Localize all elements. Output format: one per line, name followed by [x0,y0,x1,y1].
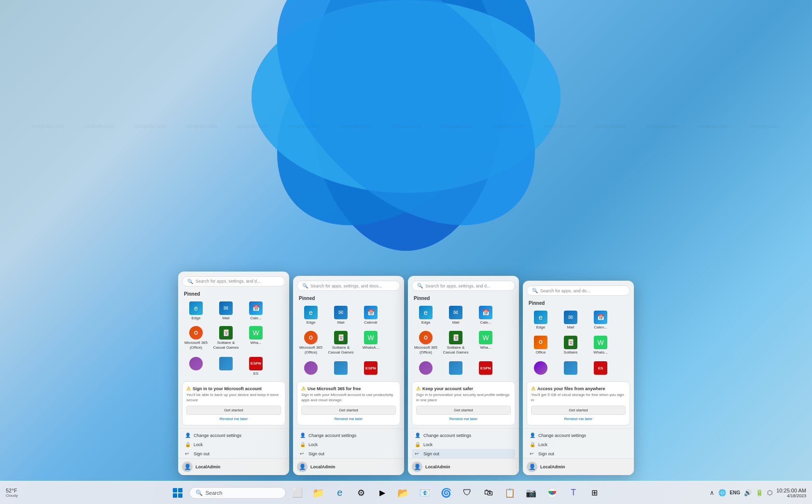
taskbar-edge[interactable]: e [330,483,350,503]
app-mail-4[interactable]: ✉ Mail [557,309,585,332]
app-solitaire-4[interactable]: 🃏 Solitaire [557,334,585,357]
task-view-button[interactable]: ⬜ [288,483,307,503]
search-bar-1[interactable]: 🔍 Search for apps, settings, and d... [182,276,285,286]
taskbar-files[interactable]: 📂 [394,483,413,503]
taskbar-camera[interactable]: 📷 [521,483,541,503]
app-ms365-2[interactable]: O Microsoft 365 (Office) [297,329,325,356]
user-footer-4[interactable]: 👤 LocalAdmin [523,458,634,475]
get-started-btn-3[interactable]: Get started [416,406,511,415]
app-edge-2[interactable]: e Edge [297,304,325,327]
network-icon[interactable]: 🌐 [717,488,727,497]
app-partial1-1[interactable] [182,355,210,378]
taskbar-outlook[interactable]: 📧 [415,483,434,503]
app-calendar-4[interactable]: 📅 Calen... [587,309,615,332]
change-account-3[interactable]: 👤 Change account settings [412,431,515,440]
taskbar-widget[interactable]: ⊞ [585,483,604,503]
app-edge-4[interactable]: e Edge [527,309,555,332]
app-partial1-3[interactable] [412,359,440,378]
app-espn-3[interactable]: ESPN [472,359,500,378]
user-footer-1[interactable]: 👤 LocalAdmin [178,458,289,475]
app-calendar-2[interactable]: 📅 Calendr [357,304,385,327]
account-icon-3: 👤 [415,433,420,438]
app-calendar-3[interactable]: 📅 Cale... [472,304,500,327]
lock-item-4[interactable]: 🔒 Lock [527,440,630,449]
app-mail-3[interactable]: ✉ Mail [442,304,470,327]
language-icon[interactable]: ENG [729,489,742,496]
taskbar-chrome[interactable] [543,483,562,503]
taskbar-settings[interactable]: ⚙ [351,483,371,503]
app-whatsapp-1[interactable]: W Wha... [242,324,270,352]
app-mail-2[interactable]: ✉ Mail [327,304,355,327]
volume-icon[interactable]: 🔊 [743,488,753,497]
datetime-widget[interactable]: 10:25:00 AM 4/18/2023 [776,488,806,498]
taskbar-search[interactable]: 🔍 Search [189,487,286,499]
signout-item-1[interactable]: ↩ Sign out [182,449,285,458]
app-whatsapp-2[interactable]: W WhatsA... [357,329,385,356]
change-account-2[interactable]: 👤 Change account settings [297,431,400,440]
start-button[interactable] [168,483,187,503]
search-bar-4[interactable]: 🔍 Search for apps, and do... [527,286,630,296]
app-partial1-2[interactable] [297,359,325,378]
change-account-4[interactable]: 👤 Change account settings [527,431,630,440]
mail-icon-3: ✉ [449,306,462,319]
app-espn-2[interactable]: ESPN [357,359,385,378]
app-partial2-4[interactable] [557,359,585,378]
lock-item-3[interactable]: 🔒 Lock [412,440,515,449]
app-solitaire-1[interactable]: 🃏 Solitaire & Casual Games [212,324,240,352]
app-ms365-3[interactable]: O Microsoft 365 (Office) [412,329,440,356]
app-partial2-2[interactable] [327,359,355,378]
app-solitaire-2[interactable]: 🃏 Solitaire & Casual Games [327,329,355,356]
remind-later-link-4[interactable]: Remind me later [531,417,626,421]
taskbar-vpn[interactable]: 🛡 [458,483,477,503]
get-started-btn-1[interactable]: Get started [186,406,281,415]
app-espn-4[interactable]: ES [587,359,615,378]
chevron-up-icon[interactable]: ∧ [709,488,715,497]
remind-later-link-3[interactable]: Remind me later [416,417,511,421]
taskbar-store[interactable]: 🛍 [479,483,498,503]
signout-item-3[interactable]: ↩ Sign out [412,449,515,458]
app-edge-3[interactable]: e Edge [412,304,440,327]
taskbar-edge2[interactable]: 🌀 [436,483,456,503]
battery-icon[interactable]: 🔋 [755,488,764,497]
remind-later-link-1[interactable]: Remind me later [186,417,281,421]
app-office-4[interactable]: O Office [527,334,555,357]
signout-item-4[interactable]: ↩ Sign out [527,449,630,458]
app-partial2-1[interactable] [212,355,240,378]
app-calendar-1[interactable]: 📅 Cale... [242,300,270,323]
taskbar-file-explorer[interactable]: 📁 [309,483,328,503]
user-footer-3[interactable]: 👤 LocalAdmin [408,458,519,475]
partial-row-3: ESPN [412,359,515,378]
change-account-1[interactable]: 👤 Change account settings [182,431,285,440]
lock-icon-4: 🔒 [530,442,535,447]
signout-icon-4: ↩ [530,451,535,456]
app-edge-1[interactable]: e Edge [182,300,210,323]
app-mail-1[interactable]: ✉ Mail [212,300,240,323]
app-ms365-1[interactable]: O Microsoft 365 (Office) [182,324,210,352]
search-bar-2[interactable]: 🔍 Search for apps, settings, and docs... [297,281,400,291]
teams-icon: T [571,488,576,498]
app-solitaire-3[interactable]: 🃏 Solitaire & Casual Games [442,329,470,356]
taskbar-teams[interactable]: T [564,483,583,503]
bluetooth-icon[interactable]: ⬡ [766,488,773,497]
app-whatsapp-3[interactable]: W Wha... [472,329,500,356]
app-espn-1[interactable]: ESPN ES [242,355,270,378]
avatar-2: 👤 [297,462,308,472]
app-partial2-3[interactable] [442,359,470,378]
user-footer-2[interactable]: 👤 LocalAdmin [293,458,404,475]
app-cortana-4[interactable] [527,359,555,378]
taskbar-tasks[interactable]: 📋 [500,483,519,503]
wallpaper-flower [189,0,623,299]
remind-later-link-2[interactable]: Remind me later [301,417,396,421]
search-bar-3[interactable]: 🔍 Search for apps, settings, and d... [412,281,515,291]
lock-item-2[interactable]: 🔒 Lock [297,440,400,449]
get-started-btn-4[interactable]: Get started [531,406,626,415]
lock-item-1[interactable]: 🔒 Lock [182,440,285,449]
win-logo-cell-1 [173,488,177,492]
app-ms365-label-3: Microsoft 365 (Office) [413,345,439,354]
signout-item-2[interactable]: ↩ Sign out [297,449,400,458]
weather-widget[interactable]: 52°F Cloudy [6,488,18,498]
app-whatsapp-4[interactable]: W Whats... [587,334,615,357]
taskbar-terminal[interactable]: ▶ [373,483,392,503]
app-edge-label-4: Edge [536,325,546,330]
get-started-btn-2[interactable]: Get started [301,406,396,415]
